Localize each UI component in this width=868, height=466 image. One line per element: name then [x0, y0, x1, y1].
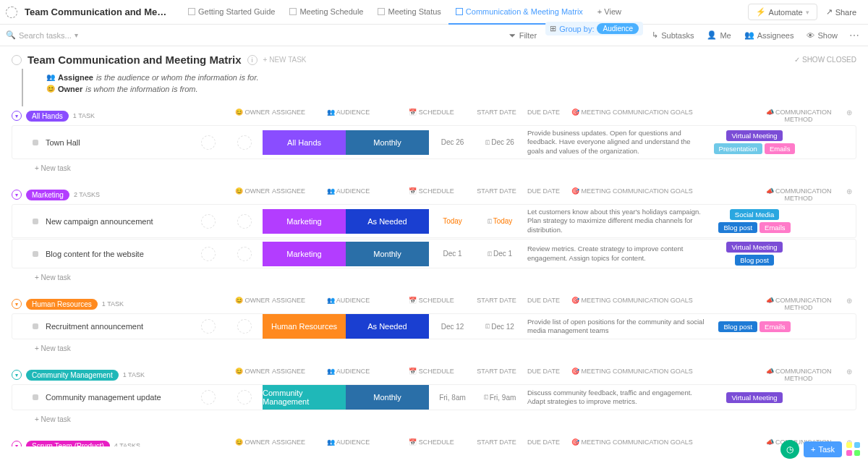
col-due[interactable]: DUE DATE — [520, 297, 567, 311]
method-tag[interactable]: Emails — [765, 143, 796, 154]
show-closed-toggle[interactable]: ✓ SHOW CLOSED — [794, 56, 856, 64]
task-row[interactable]: Town Hall All Hands Monthly Dec 26 🗓 Dec… — [12, 125, 856, 159]
collapse-toggle[interactable]: ▾ — [12, 190, 22, 200]
status-dot[interactable] — [33, 394, 38, 400]
status-circle-icon[interactable] — [12, 55, 22, 65]
col-owner[interactable]: 😊 OWNER — [234, 109, 271, 123]
task-name[interactable]: Town Hall — [46, 138, 190, 147]
audience-cell[interactable]: Marketing — [263, 209, 346, 234]
schedule-cell[interactable]: Monthly — [346, 130, 429, 155]
schedule-cell[interactable]: Monthly — [346, 242, 429, 266]
subtasks-button[interactable]: ↳Subtasks — [647, 29, 698, 41]
assignee-cell[interactable] — [226, 247, 263, 261]
assignee-cell[interactable] — [226, 214, 263, 229]
col-assignee[interactable]: ASSIGNEE — [271, 187, 307, 202]
group-badge[interactable]: Scrum Team (Product) — [26, 441, 110, 446]
group-badge[interactable]: Marketing — [26, 190, 69, 200]
view-tab[interactable]: Communication & Meeting Matrix — [448, 0, 590, 25]
col-owner[interactable]: 😊 OWNER — [234, 368, 271, 382]
col-assignee[interactable]: ASSIGNEE — [271, 297, 307, 311]
start-date[interactable]: Today — [429, 217, 476, 225]
col-schedule[interactable]: 📅 SCHEDULE — [390, 297, 473, 311]
assignee-cell[interactable] — [226, 135, 263, 150]
col-due[interactable]: DUE DATE — [520, 109, 567, 123]
due-date[interactable]: 🗓 Fri, 9am — [476, 394, 523, 402]
methods-cell[interactable]: Virtual Meeting — [711, 390, 798, 405]
col-goals[interactable]: 🎯 MEETING COMMUNICATION GOALS — [567, 187, 755, 202]
method-tag[interactable]: Blog post — [718, 222, 757, 233]
audience-cell[interactable]: Marketing — [263, 242, 346, 266]
new-task-fab[interactable]: +Task — [804, 441, 842, 457]
col-start[interactable]: START DATE — [473, 297, 520, 311]
group-badge[interactable]: Human Resources — [26, 299, 98, 310]
col-audience[interactable]: 👥 AUDIENCE — [307, 187, 390, 202]
col-assignee[interactable]: ASSIGNEE — [271, 439, 307, 446]
add-column[interactable]: ⊕ — [842, 368, 856, 382]
space-title[interactable]: Team Communication and Meeting Ma... — [25, 7, 169, 17]
schedule-cell[interactable]: Monthly — [346, 385, 429, 410]
goals-cell[interactable]: Let customers know about this year's hol… — [523, 205, 711, 237]
method-tag[interactable]: Emails — [760, 321, 791, 332]
status-dot[interactable] — [33, 323, 38, 329]
group-by-button[interactable]: ⊞ Group by: Audience — [545, 22, 643, 35]
view-tab[interactable]: Meeting Schedule — [282, 0, 370, 25]
new-task-link[interactable]: + New task — [12, 340, 856, 352]
new-task-link[interactable]: + New task — [12, 160, 856, 172]
method-tag[interactable]: Virtual Meeting — [726, 130, 782, 141]
col-audience[interactable]: 👥 AUDIENCE — [307, 109, 390, 123]
new-task-button[interactable]: + NEW TASK — [263, 56, 307, 64]
due-date[interactable]: 🗓 Dec 12 — [476, 323, 523, 331]
view-tab[interactable]: Meeting Status — [370, 0, 448, 25]
automate-button[interactable]: ⚡ Automate ▾ — [748, 4, 817, 20]
col-owner[interactable]: 😊 OWNER — [234, 187, 271, 202]
col-method[interactable]: 📣 COMMUNICATION METHOD — [755, 109, 842, 123]
collapse-toggle[interactable]: ▾ — [12, 441, 22, 446]
col-schedule[interactable]: 📅 SCHEDULE — [390, 439, 473, 446]
col-assignee[interactable]: ASSIGNEE — [271, 368, 307, 382]
audience-cell[interactable]: Community Management — [263, 385, 346, 410]
owner-cell[interactable] — [190, 390, 226, 404]
col-schedule[interactable]: 📅 SCHEDULE — [390, 368, 473, 382]
record-button[interactable]: ◷ — [780, 440, 799, 459]
col-owner[interactable]: 😊 OWNER — [234, 297, 271, 311]
col-start[interactable]: START DATE — [473, 368, 520, 382]
col-due[interactable]: DUE DATE — [520, 368, 567, 382]
collapse-toggle[interactable]: ▾ — [12, 370, 22, 380]
task-name[interactable]: New campaign announcement — [46, 217, 190, 226]
audience-cell[interactable]: Human Resources — [263, 314, 346, 339]
col-method[interactable]: 📣 COMMUNICATION METHOD — [755, 297, 842, 311]
view-tab[interactable]: + View — [590, 0, 629, 25]
methods-cell[interactable]: Social MediaBlog postEmails — [711, 207, 798, 235]
apps-grid-button[interactable] — [846, 442, 861, 457]
col-audience[interactable]: 👥 AUDIENCE — [307, 297, 390, 311]
group-badge[interactable]: Community Management — [26, 370, 119, 381]
goals-cell[interactable]: Provide list of open positions for the c… — [523, 315, 711, 339]
col-start[interactable]: START DATE — [473, 109, 520, 123]
col-goals[interactable]: 🎯 MEETING COMMUNICATION GOALS — [567, 439, 755, 446]
col-audience[interactable]: 👥 AUDIENCE — [307, 439, 390, 446]
method-tag[interactable]: Blog post — [735, 255, 774, 266]
start-date[interactable]: Dec 12 — [429, 323, 476, 331]
due-date[interactable]: 🗓 Dec 26 — [476, 138, 523, 146]
start-date[interactable]: Dec 26 — [429, 138, 476, 146]
method-tag[interactable]: Virtual Meeting — [726, 392, 782, 403]
filter-button[interactable]: ⏷Filter — [504, 30, 541, 41]
task-row[interactable]: New campaign announcement Marketing As N… — [12, 204, 856, 238]
goals-cell[interactable]: Provide business updates. Open for quest… — [523, 126, 711, 158]
col-due[interactable]: DUE DATE — [520, 187, 567, 202]
due-date[interactable]: 🗓 Dec 1 — [476, 250, 523, 258]
col-due[interactable]: DUE DATE — [520, 439, 567, 446]
owner-cell[interactable] — [190, 247, 226, 261]
method-tag[interactable]: Emails — [760, 222, 791, 233]
status-dot[interactable] — [33, 251, 38, 257]
view-tab[interactable]: Getting Started Guide — [181, 0, 282, 25]
method-tag[interactable]: Virtual Meeting — [726, 242, 782, 253]
status-dot[interactable] — [33, 219, 38, 224]
col-method[interactable]: 📣 COMMUNICATION METHOD — [755, 368, 842, 382]
audience-cell[interactable]: All Hands — [263, 130, 346, 155]
methods-cell[interactable]: Blog postEmails — [711, 319, 798, 334]
assignees-button[interactable]: 👥Assignees — [740, 29, 799, 41]
me-button[interactable]: 👤Me — [702, 29, 735, 41]
due-date[interactable]: 🗓 Today — [476, 217, 523, 225]
method-tag[interactable]: Social Media — [730, 209, 779, 220]
